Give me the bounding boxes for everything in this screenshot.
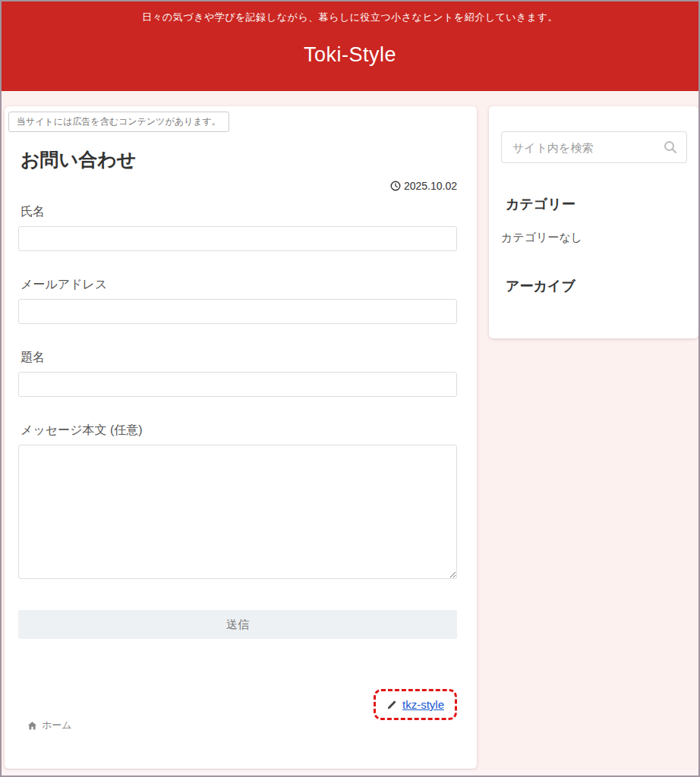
- breadcrumb-home-label: ホーム: [42, 719, 72, 732]
- name-field[interactable]: [18, 226, 457, 251]
- email-field[interactable]: [18, 299, 457, 324]
- subject-field[interactable]: [18, 372, 457, 397]
- footer-strip: [2, 770, 698, 775]
- site-header: 日々の気づきや学びを記録しながら、暮らしに役立つ小さなヒントを紹介していきます。…: [2, 2, 698, 91]
- pencil-icon: [386, 700, 397, 710]
- contact-page-card: 当サイトには広告を含むコンテンツがあります。 お問い合わせ 2025.10.02…: [5, 106, 477, 769]
- site-tagline: 日々の気づきや学びを記録しながら、暮らしに役立つ小さなヒントを紹介していきます。: [2, 2, 698, 24]
- archive-widget-title: アーカイブ: [506, 277, 698, 295]
- author-link[interactable]: tkz-style: [402, 698, 444, 711]
- search-icon: [663, 140, 678, 155]
- submit-button[interactable]: 送信: [18, 610, 457, 639]
- author-annotation-highlight: tkz-style: [374, 689, 457, 720]
- content-area: 当サイトには広告を含むコンテンツがあります。 お問い合わせ 2025.10.02…: [5, 106, 698, 769]
- category-empty-item: カテゴリーなし: [501, 231, 698, 245]
- publish-date-row: 2025.10.02: [18, 180, 457, 192]
- message-field[interactable]: [18, 445, 457, 579]
- search-submit-button[interactable]: [663, 140, 678, 155]
- category-widget-title: カテゴリー: [506, 195, 698, 213]
- page-title: お問い合わせ: [20, 147, 457, 172]
- search-input[interactable]: [501, 131, 687, 163]
- clock-icon: [390, 181, 401, 191]
- contact-form: 氏名 メールアドレス 題名 メッセージ本文 (任意) 送信: [18, 204, 457, 639]
- email-field-label: メールアドレス: [20, 277, 457, 293]
- publish-date: 2025.10.02: [404, 180, 457, 192]
- name-field-label: 氏名: [20, 204, 457, 220]
- ad-disclosure-notice: 当サイトには広告を含むコンテンツがあります。: [8, 112, 229, 132]
- subject-field-label: 題名: [20, 350, 457, 366]
- site-title[interactable]: Toki-Style: [2, 43, 698, 67]
- message-field-label: メッセージ本文 (任意): [20, 423, 457, 439]
- breadcrumb-home-link[interactable]: ホーム: [27, 719, 72, 732]
- sidebar: カテゴリー カテゴリーなし アーカイブ: [489, 106, 698, 338]
- search-box: [501, 131, 687, 163]
- home-icon: [27, 721, 37, 731]
- author-row: tkz-style: [18, 689, 457, 720]
